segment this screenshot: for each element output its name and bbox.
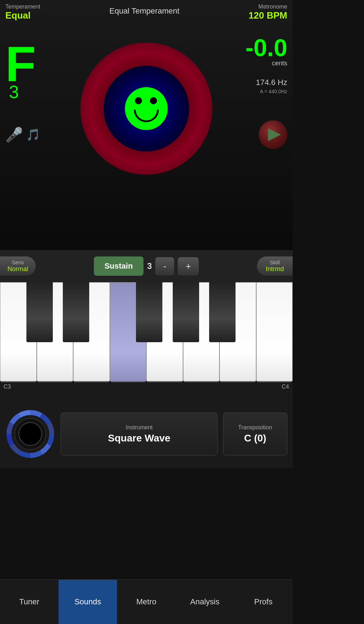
skill-button[interactable]: Skill Intrmd (257, 256, 293, 276)
tuner-circle (80, 43, 212, 175)
circle-mid (103, 66, 189, 151)
piano-section: C3 C4 (0, 282, 293, 400)
svg-point-3 (19, 423, 42, 445)
piano-key-f-sharp-3[interactable] (136, 282, 162, 342)
circle-outer (80, 43, 212, 175)
piano-label-c4: C4 (282, 384, 289, 399)
sustain-count: 3 (147, 261, 152, 271)
top-bar: Temperament Equal Equal Temperament Metr… (0, 0, 293, 21)
piano-key-g-sharp-3[interactable] (173, 282, 199, 342)
play-triangle-icon (268, 128, 281, 141)
instrument-label: Instrument (68, 424, 210, 431)
nav-item-metro[interactable]: Metro (117, 580, 176, 624)
sens-value: Normal (6, 265, 29, 273)
metronome-section: Metronome 120 BPM (249, 4, 287, 21)
metronome-value: 120 BPM (249, 10, 287, 21)
piano-label-row: C3 C4 (0, 382, 293, 400)
mic-notes-group: 🎤 🎵 (5, 126, 40, 143)
page-title: Equal Temperament (109, 4, 180, 16)
sustain-button[interactable]: Sustain (94, 256, 143, 276)
skill-value: Intrmd (263, 265, 286, 273)
piano-key-d-sharp-3[interactable] (63, 282, 89, 342)
instrument-section: Instrument Square Wave Transposition C (… (0, 400, 293, 468)
nav-item-analysis[interactable]: Analysis (176, 580, 234, 624)
piano-keys (0, 282, 293, 382)
plus-button[interactable]: + (178, 257, 199, 275)
note-letter: F (5, 39, 36, 89)
tuner-main: F 3 -0.0 cents 174.6 Hz A = 440.0Hz (0, 21, 293, 106)
transposition-info[interactable]: Transposition C (0) (223, 413, 287, 455)
note-display: F 3 (5, 25, 36, 103)
mic-icon[interactable]: 🎤 (5, 126, 23, 143)
music-notes-icon[interactable]: 🎵 (26, 128, 40, 141)
sens-skill-bar: Sens Normal Sustain 3 - + Skill Intrmd (0, 250, 293, 282)
note-octave: 3 (9, 82, 19, 103)
a-ref: A = 440.0Hz (246, 89, 287, 94)
nav-item-tuner[interactable]: Tuner (0, 580, 59, 624)
sens-label: Sens (6, 259, 29, 265)
nav-item-prefs[interactable]: Profs (234, 580, 293, 624)
temperament-section[interactable]: Temperament Equal (5, 4, 40, 21)
nav-item-sounds[interactable]: Sounds (59, 580, 117, 624)
transposition-value: C (0) (231, 433, 280, 444)
piano-key-c4[interactable] (256, 282, 293, 382)
instrument-value: Square Wave (68, 433, 210, 444)
tuner-display: Temperament Equal Equal Temperament Metr… (0, 0, 293, 250)
temperament-value: Equal (5, 10, 40, 21)
piano-label-c3: C3 (4, 384, 11, 399)
skill-label: Skill (263, 259, 286, 265)
bottom-nav: Tuner Sounds Metro Analysis Profs (0, 579, 293, 624)
piano-key-a-sharp-3[interactable] (209, 282, 236, 342)
metronome-label: Metronome (249, 4, 287, 10)
sens-button[interactable]: Sens Normal (0, 256, 36, 276)
temperament-label: Temperament (5, 4, 40, 10)
cents-section: -0.0 cents 174.6 Hz A = 440.0Hz (246, 25, 287, 94)
transposition-label: Transposition (231, 424, 280, 431)
minus-button[interactable]: - (155, 257, 174, 275)
smiley-face (125, 87, 168, 130)
play-button[interactable] (259, 120, 287, 149)
instrument-info[interactable]: Instrument Square Wave (61, 413, 218, 455)
sustain-controls: Sustain 3 - + (94, 256, 199, 276)
cents-value: -0.0 (246, 35, 287, 60)
piano-key-c-sharp-3[interactable] (26, 282, 53, 342)
chromatic-wheel[interactable] (5, 409, 55, 459)
hz-value: 174.6 Hz (246, 78, 287, 87)
